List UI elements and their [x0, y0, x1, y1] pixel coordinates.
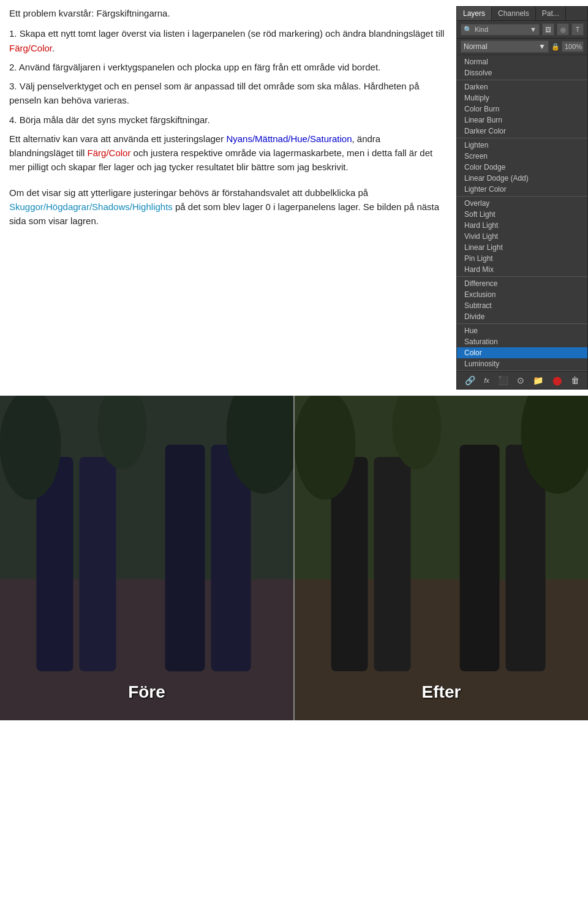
intro-paragraph: Ett problem kvarstår: Färgskiftningarna.: [9, 6, 447, 20]
alt-link2[interactable]: Färg/Color: [88, 148, 131, 158]
blend-item-overlay[interactable]: Overlay: [457, 198, 587, 209]
circle-icon[interactable]: ⊙: [516, 374, 526, 386]
step4-body: Börja måla där det syns mycket färgskift…: [20, 115, 210, 125]
ps-blend-value: Normal: [464, 42, 488, 51]
link-icon[interactable]: 🔗: [464, 374, 477, 386]
blend-item-multiply[interactable]: Multiply: [457, 92, 587, 104]
step1: 1. Skapa ett nytt tomt lager överst via …: [9, 26, 447, 55]
after-image: Efter: [295, 396, 588, 720]
step1-link[interactable]: Färg/Color: [9, 43, 52, 53]
step1-body: Skapa ett nytt tomt lager överst via lis…: [20, 28, 445, 39]
folder-icon[interactable]: 📁: [532, 374, 545, 386]
alt-text1: Ett alternativ kan vara att använda ett …: [9, 134, 226, 144]
blend-item-divide[interactable]: Divide: [457, 311, 587, 322]
alt-paragraph: Ett alternativ kan vara att använda ett …: [9, 132, 447, 175]
ps-search-row: 🔍 Kind ▼ 🖼 ◎ T: [457, 21, 587, 39]
ps-blend-modes-list: NormalDissolveDarkenMultiplyColor BurnLi…: [457, 55, 587, 371]
blend-item-linear-burn[interactable]: Linear Burn: [457, 115, 587, 126]
blend-group-5: HueSaturationColorLuminosity: [457, 324, 587, 371]
blend-group-0: NormalDissolve: [457, 55, 587, 80]
step2-num: 2.: [9, 62, 17, 72]
mask-icon[interactable]: ⬛: [497, 374, 510, 386]
fx-icon[interactable]: fx: [483, 375, 491, 385]
blend-item-hue[interactable]: Hue: [457, 325, 587, 336]
text-content: Ett problem kvarstår: Färgskiftningarna.…: [9, 6, 456, 390]
step3-num: 3.: [9, 81, 17, 91]
ps-kind-select[interactable]: 🔍 Kind ▼: [461, 24, 540, 36]
record-icon[interactable]: ⬤: [551, 374, 564, 386]
ps-opacity-row: 🔒 100%: [551, 41, 584, 52]
kind-label: Kind: [475, 26, 488, 33]
tab-paths[interactable]: Pat...: [536, 7, 566, 20]
ps-bottom-bar: 🔗 fx ⬛ ⊙ 📁 ⬤ 🗑: [457, 371, 587, 389]
blend-item-linear-dodge--add-[interactable]: Linear Dodge (Add): [457, 173, 587, 184]
blend-item-soft-light[interactable]: Soft Light: [457, 209, 587, 220]
step3-body: Välj penselverktyget och en pensel som ä…: [9, 81, 420, 105]
blend-item-difference[interactable]: Difference: [457, 278, 587, 289]
step1-suffix: .: [52, 43, 55, 53]
step2-body: Använd färgväljaren i verktygspanelen oc…: [19, 62, 380, 72]
blend-group-1: DarkenMultiplyColor BurnLinear BurnDarke…: [457, 80, 587, 138]
blend-item-linear-light[interactable]: Linear Light: [457, 242, 587, 253]
ps-blend-row: Normal ▼ 🔒 100%: [457, 39, 587, 55]
blend-item-hard-light[interactable]: Hard Light: [457, 220, 587, 231]
blend-item-lighter-color[interactable]: Lighter Color: [457, 184, 587, 195]
top-section: Ett problem kvarstår: Färgskiftningarna.…: [0, 0, 588, 396]
ps-icon-adjust[interactable]: ◎: [557, 23, 569, 36]
blend-item-luminosity[interactable]: Luminosity: [457, 358, 587, 369]
blend-item-screen[interactable]: Screen: [457, 151, 587, 162]
blend-item-exclusion[interactable]: Exclusion: [457, 289, 587, 300]
extra-text1: Om det visar sig att ytterligare justeri…: [9, 187, 368, 198]
step3: 3. Välj penselverktyget och en pensel so…: [9, 79, 447, 108]
step2: 2. Använd färgväljaren i verktygspanelen…: [9, 60, 447, 74]
ps-panel-tabs: Layers Channels Pat...: [457, 7, 587, 21]
blend-group-4: DifferenceExclusionSubtractDivide: [457, 277, 587, 324]
blend-item-pin-light[interactable]: Pin Light: [457, 253, 587, 264]
blend-item-saturation[interactable]: Saturation: [457, 336, 587, 347]
blend-item-hard-mix[interactable]: Hard Mix: [457, 264, 587, 275]
blend-item-color-dodge[interactable]: Color Dodge: [457, 162, 587, 173]
blend-item-subtract[interactable]: Subtract: [457, 300, 587, 311]
trash-icon[interactable]: 🗑: [570, 374, 581, 386]
extra-paragraph: Om det visar sig att ytterligare justeri…: [9, 186, 447, 228]
tab-layers[interactable]: Layers: [457, 7, 492, 20]
blend-item-darker-color[interactable]: Darker Color: [457, 126, 587, 137]
blend-item-darken[interactable]: Darken: [457, 81, 587, 92]
blend-item-dissolve[interactable]: Dissolve: [457, 67, 587, 78]
step4: 4. Börja måla där det syns mycket färgsk…: [9, 113, 447, 127]
lock-icon: 🔒: [551, 43, 560, 51]
before-image: Före: [0, 396, 293, 720]
image-divider: [293, 396, 295, 720]
blend-group-2: LightenScreenColor DodgeLinear Dodge (Ad…: [457, 138, 587, 197]
kind-icon: 🔍: [464, 26, 472, 34]
ps-blend-select[interactable]: Normal ▼: [461, 40, 549, 53]
extra-link[interactable]: Skuggor/Högdagrar/Shadows/Highlights: [9, 202, 173, 212]
svg-rect-20: [295, 396, 588, 720]
svg-rect-10: [0, 396, 293, 720]
image-comparison-section: Före Efter: [0, 396, 588, 720]
blend-item-color[interactable]: Color: [457, 347, 587, 358]
alt-link1[interactable]: Nyans/Mättnad/Hue/Saturation: [226, 134, 352, 144]
tab-channels[interactable]: Channels: [492, 7, 536, 20]
ps-opacity-input[interactable]: 100%: [562, 41, 584, 52]
ps-icon-type[interactable]: T: [571, 23, 584, 36]
blend-item-color-burn[interactable]: Color Burn: [457, 104, 587, 115]
blend-arrow: ▼: [538, 42, 546, 51]
blend-item-normal[interactable]: Normal: [457, 56, 587, 67]
ps-layers-panel: Layers Channels Pat... 🔍 Kind ▼ 🖼 ◎ T No…: [456, 6, 588, 390]
ps-icon-image[interactable]: 🖼: [542, 23, 554, 36]
kind-arrow: ▼: [530, 26, 537, 33]
step4-num: 4.: [9, 115, 17, 125]
blend-item-vivid-light[interactable]: Vivid Light: [457, 231, 587, 242]
blend-group-3: OverlaySoft LightHard LightVivid LightLi…: [457, 197, 587, 277]
after-label: Efter: [422, 682, 461, 702]
blend-item-lighten[interactable]: Lighten: [457, 140, 587, 151]
step1-num: 1.: [9, 28, 17, 39]
before-label: Före: [128, 682, 165, 702]
